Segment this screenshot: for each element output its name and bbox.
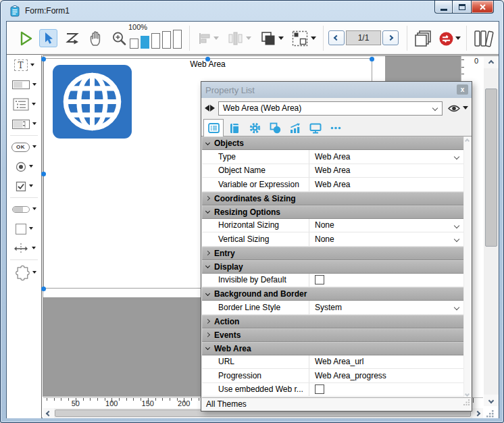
maximize-button[interactable] bbox=[453, 1, 471, 14]
text-tool[interactable]: T bbox=[7, 55, 41, 75]
tab-more[interactable] bbox=[326, 120, 346, 136]
grouping-dropdown[interactable] bbox=[311, 34, 316, 43]
hierarchical-list-tool[interactable] bbox=[7, 95, 41, 114]
puzzle-tool-icon bbox=[12, 264, 30, 282]
panel-close-button[interactable]: x bbox=[457, 84, 468, 95]
panel-scrollbar[interactable] bbox=[463, 136, 471, 399]
tab-book[interactable] bbox=[224, 120, 245, 136]
zoom-tool-button[interactable] bbox=[109, 29, 128, 48]
section-header-action[interactable]: Action bbox=[202, 315, 465, 328]
zoom-bar-4[interactable] bbox=[162, 31, 171, 49]
selection-handle-bottom-left[interactable] bbox=[41, 287, 46, 291]
tab-gear[interactable] bbox=[245, 120, 265, 136]
panel-resize-grip[interactable] bbox=[463, 399, 470, 408]
previous-page-button[interactable] bbox=[328, 30, 345, 45]
scroll-left-button[interactable] bbox=[43, 408, 54, 418]
run-form-button[interactable] bbox=[18, 29, 35, 47]
title-bar[interactable]: Form:Form1 bbox=[1, 1, 503, 21]
library-button[interactable] bbox=[472, 28, 496, 49]
chevron-up-icon bbox=[488, 59, 494, 65]
chevron-down-icon bbox=[32, 247, 36, 252]
value-text: Web Area bbox=[315, 152, 350, 161]
section-header-web-area[interactable]: Web Area bbox=[202, 342, 465, 355]
scroll-right-button[interactable] bbox=[472, 408, 483, 418]
combo-box-tool[interactable] bbox=[7, 114, 41, 134]
layering-button[interactable] bbox=[258, 29, 277, 48]
panel-title-bar[interactable]: Property List x bbox=[201, 82, 472, 98]
tab-chart[interactable] bbox=[285, 120, 305, 136]
checkbox-tool[interactable] bbox=[7, 176, 41, 196]
selection-handle-middle-left[interactable] bbox=[41, 172, 46, 176]
checkbox-unchecked[interactable] bbox=[315, 384, 324, 394]
insert-views-button[interactable] bbox=[438, 30, 454, 47]
eye-icon[interactable] bbox=[447, 104, 461, 113]
zoom-bar-5[interactable] bbox=[173, 30, 182, 49]
tab-display[interactable] bbox=[305, 120, 326, 136]
property-label: Type bbox=[202, 150, 309, 164]
vertical-scroll-thumb[interactable] bbox=[485, 89, 497, 247]
window-resize-grip[interactable] bbox=[486, 409, 495, 421]
move-tool-button[interactable] bbox=[86, 29, 105, 47]
scroll-up-button[interactable] bbox=[484, 57, 499, 68]
zoom-bar-3[interactable] bbox=[151, 33, 160, 49]
next-page-button[interactable] bbox=[382, 30, 399, 45]
section-header-coordinates-sizing[interactable]: Coordinates & Sizing bbox=[202, 192, 465, 205]
property-value[interactable]: None bbox=[309, 232, 465, 246]
align-dropdown[interactable] bbox=[213, 34, 219, 43]
themes-filter[interactable]: All Themes bbox=[206, 399, 247, 409]
display-pages-button[interactable] bbox=[412, 28, 434, 49]
close-button[interactable] bbox=[471, 1, 494, 14]
vertical-scrollbar[interactable] bbox=[484, 57, 499, 406]
input-tool[interactable] bbox=[7, 75, 41, 95]
progress-indicator-tool[interactable] bbox=[7, 199, 41, 219]
distribute-objects-button[interactable] bbox=[226, 30, 245, 47]
property-value[interactable]: Web Area bbox=[309, 164, 465, 178]
zoom-bar-2-active[interactable] bbox=[141, 36, 149, 49]
layering-dropdown[interactable] bbox=[278, 34, 284, 43]
object-selector[interactable]: Web Area (Web Area) bbox=[218, 101, 443, 116]
property-row-progression: ProgressionWeb Area_progress bbox=[202, 369, 465, 383]
splitter-tool[interactable] bbox=[7, 239, 41, 258]
button-tool[interactable]: OK bbox=[7, 137, 41, 157]
zoom-bar-1[interactable] bbox=[130, 39, 138, 49]
scroll-down-button[interactable] bbox=[484, 395, 499, 406]
selection-handle-top-right[interactable] bbox=[370, 57, 374, 61]
selection-handle-top-left[interactable] bbox=[41, 57, 46, 61]
align-objects-button[interactable] bbox=[196, 30, 213, 47]
section-header-entry[interactable]: Entry bbox=[202, 247, 465, 260]
radio-button-tool[interactable] bbox=[7, 157, 41, 176]
views-dropdown[interactable] bbox=[455, 34, 461, 43]
property-value[interactable]: None bbox=[309, 219, 465, 232]
property-value[interactable]: Web Area bbox=[309, 150, 465, 164]
section-header-objects[interactable]: Objects bbox=[202, 136, 465, 150]
tab-properties-list[interactable] bbox=[203, 119, 224, 136]
property-value[interactable] bbox=[309, 274, 465, 287]
plugin-area-tool[interactable] bbox=[7, 262, 41, 284]
entry-order-tool-button[interactable] bbox=[64, 30, 81, 47]
previous-object-button[interactable] bbox=[205, 105, 209, 111]
tab-shapes[interactable] bbox=[265, 120, 285, 136]
section-header-background-and-border[interactable]: Background and Border bbox=[202, 287, 465, 301]
selection-tool-button[interactable] bbox=[39, 29, 57, 47]
checkbox-tool-icon bbox=[16, 181, 26, 192]
checkbox-unchecked[interactable] bbox=[315, 275, 324, 284]
minimize-button[interactable] bbox=[434, 1, 453, 14]
more-dots-icon bbox=[330, 126, 341, 130]
property-value[interactable]: Web Area_url bbox=[309, 355, 465, 369]
value-text: Web Area bbox=[315, 166, 350, 175]
property-value[interactable]: System bbox=[309, 301, 465, 314]
property-value[interactable]: Web Area bbox=[309, 178, 465, 191]
distribute-dropdown[interactable] bbox=[246, 34, 251, 43]
grouping-button[interactable] bbox=[291, 29, 309, 48]
selection-handle-top-center[interactable] bbox=[205, 57, 210, 61]
section-header-resizing-options[interactable]: Resizing Options bbox=[202, 205, 465, 219]
rectangle-tool[interactable] bbox=[7, 219, 41, 239]
next-object-button[interactable] bbox=[210, 105, 215, 111]
property-value[interactable]: Web Area_progress bbox=[309, 369, 465, 382]
eye-options-dropdown[interactable] bbox=[463, 106, 468, 112]
property-value[interactable] bbox=[309, 383, 465, 397]
section-header-display[interactable]: Display bbox=[202, 260, 465, 274]
radio-tool-icon bbox=[16, 161, 26, 172]
chevron-down-icon bbox=[32, 271, 36, 276]
section-header-events[interactable]: Events bbox=[202, 328, 465, 342]
